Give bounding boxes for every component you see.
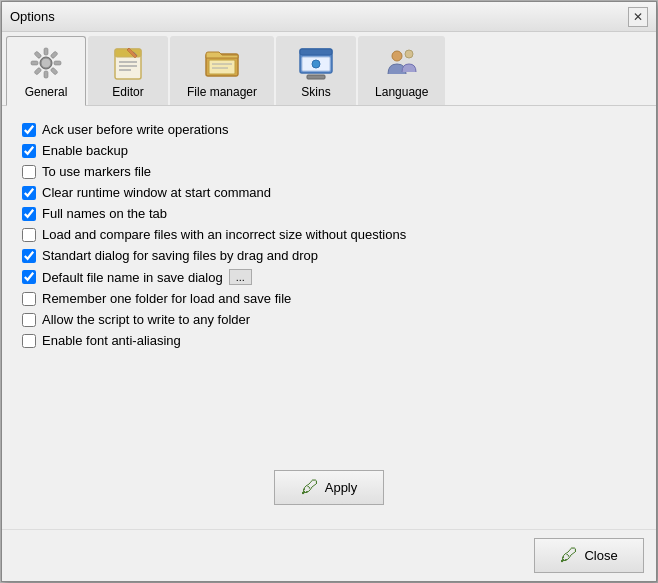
checkbox-allow-script[interactable] [22,313,36,327]
svg-rect-7 [31,61,38,65]
dotdot-button[interactable]: ... [229,269,252,285]
tab-editor[interactable]: Editor [88,36,168,105]
option-load-compare: Load and compare files with an incorrect… [22,227,636,242]
option-remember-folder: Remember one folder for load and save fi… [22,291,636,306]
svg-rect-5 [44,71,48,78]
option-default-file: Default file name in save dialog ... [22,269,636,285]
apply-icon: 🖊 [301,477,319,498]
label-font-alias[interactable]: Enable font anti-aliasing [42,333,181,348]
checkbox-markers[interactable] [22,165,36,179]
svg-rect-18 [209,60,235,74]
option-clear-runtime: Clear runtime window at start command [22,185,636,200]
svg-rect-4 [50,67,58,75]
checkbox-standart-dialog[interactable] [22,249,36,263]
option-full-names: Full names on the tab [22,206,636,221]
main-content: Ack user before write operations Enable … [2,106,656,529]
svg-rect-8 [34,51,42,59]
general-icon [26,43,66,83]
filemanager-icon [202,43,242,83]
option-standart-dialog: Standart dialog for saving files by drag… [22,248,636,263]
checkbox-font-alias[interactable] [22,334,36,348]
label-default-file[interactable]: Default file name in save dialog [42,270,223,285]
skins-icon [296,43,336,83]
svg-rect-6 [34,67,42,75]
apply-label: Apply [325,480,358,495]
tab-general-label: General [25,85,68,99]
svg-rect-25 [307,75,325,79]
close-label: Close [584,548,617,563]
label-full-names[interactable]: Full names on the tab [42,206,167,221]
checkbox-full-names[interactable] [22,207,36,221]
svg-point-26 [392,51,402,61]
svg-point-27 [405,50,413,58]
label-clear-runtime[interactable]: Clear runtime window at start command [42,185,271,200]
label-markers[interactable]: To use markers file [42,164,151,179]
bottom-row: 🖊 Close [2,529,656,581]
checkbox-default-file[interactable] [22,270,36,284]
window-title: Options [10,9,55,24]
titlebar: Options ✕ [2,2,656,32]
checkbox-clear-runtime[interactable] [22,186,36,200]
option-backup: Enable backup [22,143,636,158]
label-load-compare[interactable]: Load and compare files with an incorrect… [42,227,406,242]
tab-bar: General Editor [2,32,656,106]
label-ack[interactable]: Ack user before write operations [42,122,228,137]
option-font-alias: Enable font anti-aliasing [22,333,636,348]
apply-row: 🖊 Apply [22,470,636,513]
apply-button[interactable]: 🖊 Apply [274,470,384,505]
tab-skins-label: Skins [301,85,330,99]
label-standart-dialog[interactable]: Standart dialog for saving files by drag… [42,248,318,263]
language-icon [382,43,422,83]
option-ack: Ack user before write operations [22,122,636,137]
tab-language[interactable]: Language [358,36,445,105]
svg-point-9 [41,58,51,68]
checkbox-remember-folder[interactable] [22,292,36,306]
close-window-button[interactable]: ✕ [628,7,648,27]
label-backup[interactable]: Enable backup [42,143,128,158]
checkbox-ack[interactable] [22,123,36,137]
close-icon: 🖊 [560,545,578,566]
checkbox-backup[interactable] [22,144,36,158]
label-remember-folder[interactable]: Remember one folder for load and save fi… [42,291,291,306]
tab-language-label: Language [375,85,428,99]
checkbox-load-compare[interactable] [22,228,36,242]
svg-point-24 [312,60,320,68]
label-allow-script[interactable]: Allow the script to write to any folder [42,312,250,327]
options-list: Ack user before write operations Enable … [22,122,636,348]
tab-filemanager-label: File manager [187,85,257,99]
tab-skins[interactable]: Skins [276,36,356,105]
svg-rect-2 [50,51,58,59]
svg-rect-3 [54,61,61,65]
option-markers: To use markers file [22,164,636,179]
option-allow-script: Allow the script to write to any folder [22,312,636,327]
close-button[interactable]: 🖊 Close [534,538,644,573]
tab-general[interactable]: General [6,36,86,106]
svg-rect-1 [44,48,48,55]
tab-editor-label: Editor [112,85,143,99]
tab-filemanager[interactable]: File manager [170,36,274,105]
svg-rect-22 [300,49,332,55]
options-window: Options ✕ [1,1,657,582]
editor-icon [108,43,148,83]
